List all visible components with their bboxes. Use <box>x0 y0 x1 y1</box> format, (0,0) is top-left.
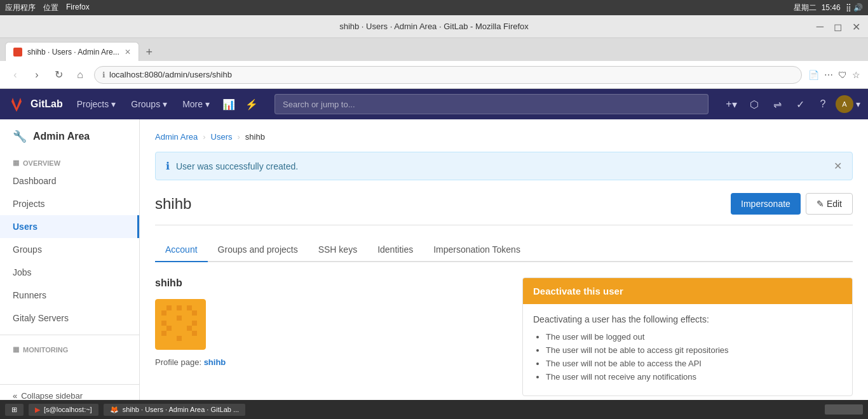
svg-rect-11 <box>161 321 166 326</box>
sidebar-groups-label: Groups <box>13 244 42 255</box>
svg-rect-3 <box>187 305 192 310</box>
taskbar-desktop-icon: ⊞ <box>11 406 17 414</box>
nav-stats-icon[interactable]: 📊 <box>219 94 239 114</box>
nav-search-container <box>275 94 709 114</box>
sidebar-item-groups[interactable]: Groups <box>0 238 139 261</box>
nav-activity-icon[interactable]: ⚡ <box>241 94 262 114</box>
back-button[interactable]: ‹ <box>8 69 23 81</box>
edit-button[interactable]: ✎ Edit <box>806 193 853 215</box>
svg-rect-18 <box>161 331 166 336</box>
url-bar[interactable]: ℹ localhost:8080/admin/users/shihb <box>94 66 802 84</box>
taskbar-desktop-btn[interactable]: ⊞ <box>5 404 24 416</box>
nav-groups[interactable]: Groups ▾ <box>125 95 173 113</box>
sidebar-monitoring-icon: ▦ <box>13 345 19 354</box>
collapse-label: Collapse sidebar <box>21 391 83 400</box>
breadcrumb-users[interactable]: Users <box>211 132 233 142</box>
nav-new-btn[interactable]: + ▾ <box>721 94 742 114</box>
alert-close-btn[interactable]: ✕ <box>834 160 842 172</box>
collapse-icon: « <box>13 391 17 400</box>
nav-help-icon[interactable]: ? <box>813 94 833 114</box>
profile-page-link[interactable]: shihb <box>204 357 226 367</box>
svg-rect-13 <box>182 321 187 326</box>
sidebar-item-dashboard[interactable]: Dashboard <box>0 170 139 192</box>
reader-mode-icon[interactable]: 📄 <box>808 70 819 80</box>
close-icon[interactable]: ✕ <box>852 20 860 32</box>
nav-user-avatar[interactable]: A <box>836 95 853 113</box>
bookmark-icon[interactable]: ☆ <box>852 70 860 80</box>
deactivate-intro: Deactivating a user has the following ef… <box>533 314 842 324</box>
taskbar: ⊞ ▶ [s@localhost:~] 🦊 shihb · Users · Ad… <box>0 400 868 419</box>
user-actions: Impersonate ✎ Edit <box>731 193 853 215</box>
deactivate-panel-container: Deactivate this user Deactivating a user… <box>522 277 853 396</box>
svg-rect-23 <box>177 336 182 341</box>
taskbar-terminal[interactable]: ▶ [s@localhost:~] <box>29 404 98 416</box>
svg-rect-20 <box>182 331 187 336</box>
tab-groups-projects[interactable]: Groups and projects <box>208 238 308 262</box>
home-button[interactable]: ⌂ <box>72 69 88 81</box>
breadcrumb-admin-area[interactable]: Admin Area <box>155 132 198 142</box>
gitlab-logo[interactable]: GitLab <box>8 95 63 113</box>
sidebar-item-users[interactable]: Users <box>0 215 139 238</box>
search-input[interactable] <box>275 94 709 114</box>
taskbar-browser[interactable]: 🦊 shihb · Users · Admin Area · GitLab ..… <box>104 404 245 416</box>
svg-rect-17 <box>187 326 192 331</box>
new-tab-button[interactable]: + <box>140 43 158 61</box>
impersonate-button[interactable]: Impersonate <box>731 193 801 215</box>
sidebar-item-runners[interactable]: Runners <box>0 284 139 307</box>
breadcrumb-sep1: › <box>203 132 205 142</box>
effect-item-3: The user will not receive any notificati… <box>546 372 842 382</box>
success-alert: ℹ User was successfully created. ✕ <box>155 152 853 180</box>
content-area: Admin Area › Users › shihb ℹ User was su… <box>140 119 868 400</box>
sidebar-divider <box>0 335 139 335</box>
tab-impersonation-tokens[interactable]: Impersonation Tokens <box>423 238 531 262</box>
window-controls[interactable]: ─ ◻ ✕ <box>817 20 860 32</box>
nav-issues-icon[interactable]: ⬡ <box>744 94 764 114</box>
tab-account-label: Account <box>165 244 198 255</box>
taskbar-indicator <box>825 404 863 415</box>
svg-rect-12 <box>172 321 177 326</box>
os-clock: 星期二 15:46 ⣿ 🔊 <box>794 3 863 13</box>
user-title: shihb <box>155 195 191 213</box>
nav-groups-chevron: ▾ <box>163 99 167 109</box>
forward-button[interactable]: › <box>29 69 44 81</box>
shield-icon[interactable]: 🛡 <box>838 70 847 80</box>
deactivate-panel: Deactivate this user Deactivating a user… <box>522 277 853 396</box>
sidebar-admin-label: Admin Area <box>33 131 90 142</box>
browser-tabs: shihb · Users · Admin Are... ✕ + <box>0 38 868 61</box>
nav-projects[interactable]: Projects ▾ <box>71 95 123 113</box>
nav-more[interactable]: More ▾ <box>176 95 216 113</box>
nav-merge-icon[interactable]: ⇌ <box>767 94 787 114</box>
addressbar-actions: 📄 ⋯ 🛡 ☆ <box>808 70 860 80</box>
profile-page-label: Profile page: <box>155 357 201 367</box>
browser-tab-active[interactable]: shihb · Users · Admin Are... ✕ <box>5 42 139 61</box>
edit-icon: ✎ <box>817 199 824 209</box>
user-header: shihb Impersonate ✎ Edit <box>155 193 853 225</box>
sidebar-overview-icon: ▦ <box>13 159 19 167</box>
user-info-panel: shihb <box>155 277 510 396</box>
maximize-icon[interactable]: ◻ <box>834 20 842 32</box>
minimize-icon[interactable]: ─ <box>817 20 824 32</box>
reload-button[interactable]: ↻ <box>51 69 66 81</box>
sidebar-item-jobs[interactable]: Jobs <box>0 261 139 284</box>
nav-groups-label: Groups <box>131 99 160 109</box>
os-browser-label[interactable]: Firefox <box>66 3 90 13</box>
effect-item-0: The user will be logged out <box>546 332 842 342</box>
deactivate-header: Deactivate this user <box>523 278 852 304</box>
svg-rect-24 <box>187 336 192 341</box>
nav-avatar-chevron[interactable]: ▾ <box>856 99 860 109</box>
user-card-name: shihb <box>155 277 510 289</box>
tab-close-btn[interactable]: ✕ <box>125 48 131 57</box>
more-options-icon[interactable]: ⋯ <box>824 70 833 80</box>
nav-todo-icon[interactable]: ✓ <box>790 94 810 114</box>
tab-ssh-keys[interactable]: SSH keys <box>308 238 367 262</box>
collapse-sidebar-btn[interactable]: « Collapse sidebar <box>0 384 139 400</box>
main-layout: 🔧 Admin Area ▦ Overview Dashboard Projec… <box>0 119 868 400</box>
tab-impersonation-label: Impersonation Tokens <box>433 244 520 255</box>
os-places-label[interactable]: 位置 <box>43 3 58 13</box>
tab-identities[interactable]: Identities <box>367 238 423 262</box>
tab-account[interactable]: Account <box>155 238 208 262</box>
url-text[interactable]: localhost:8080/admin/users/shihb <box>109 70 794 79</box>
os-apps-label[interactable]: 应用程序 <box>5 3 36 13</box>
sidebar-item-projects[interactable]: Projects <box>0 192 139 215</box>
sidebar-item-gitaly[interactable]: Gitaly Servers <box>0 307 139 329</box>
